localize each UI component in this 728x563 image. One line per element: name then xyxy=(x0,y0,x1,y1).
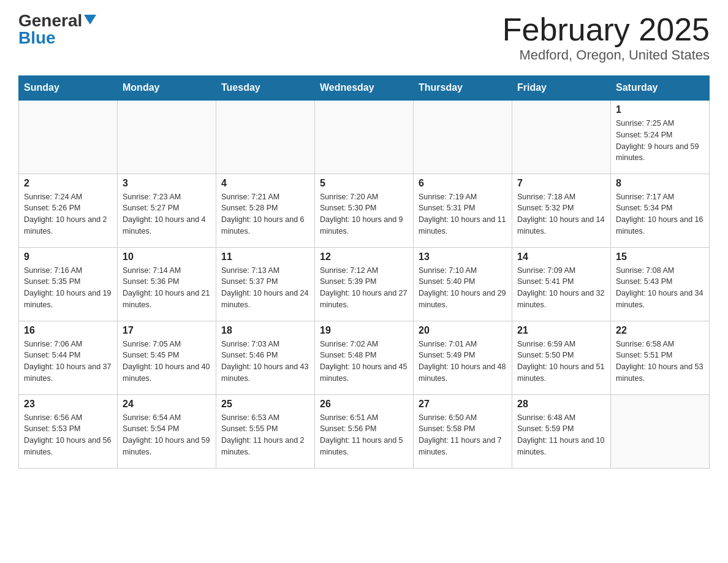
day-info: Sunrise: 6:54 AMSunset: 5:54 PMDaylight:… xyxy=(123,412,211,458)
day-number: 23 xyxy=(24,399,112,410)
day-number: 15 xyxy=(616,251,704,262)
day-header-monday: Monday xyxy=(118,76,216,101)
day-info: Sunrise: 7:09 AMSunset: 5:41 PMDaylight:… xyxy=(517,265,605,311)
calendar-cell: 27Sunrise: 6:50 AMSunset: 5:58 PMDayligh… xyxy=(414,394,512,468)
day-number: 8 xyxy=(616,178,704,189)
logo: General Blue xyxy=(18,12,96,47)
calendar-cell xyxy=(19,100,118,174)
calendar-cell: 5Sunrise: 7:20 AMSunset: 5:30 PMDaylight… xyxy=(315,174,414,247)
day-info: Sunrise: 7:24 AMSunset: 5:26 PMDaylight:… xyxy=(24,191,112,237)
day-number: 13 xyxy=(419,251,507,262)
day-number: 22 xyxy=(616,325,704,336)
calendar-cell: 11Sunrise: 7:13 AMSunset: 5:37 PMDayligh… xyxy=(216,247,315,321)
calendar-cell: 8Sunrise: 7:17 AMSunset: 5:34 PMDaylight… xyxy=(611,174,710,247)
day-number: 20 xyxy=(419,325,507,336)
day-header-tuesday: Tuesday xyxy=(216,76,315,101)
calendar-week-row: 9Sunrise: 7:16 AMSunset: 5:35 PMDaylight… xyxy=(19,247,710,321)
day-number: 17 xyxy=(123,325,211,336)
day-info: Sunrise: 7:13 AMSunset: 5:37 PMDaylight:… xyxy=(221,265,309,311)
day-number: 7 xyxy=(517,178,605,189)
calendar-cell: 7Sunrise: 7:18 AMSunset: 5:32 PMDaylight… xyxy=(512,174,611,247)
calendar-cell: 10Sunrise: 7:14 AMSunset: 5:36 PMDayligh… xyxy=(118,247,216,321)
day-number: 5 xyxy=(320,178,408,189)
day-number: 19 xyxy=(320,325,408,336)
logo-blue-text: Blue xyxy=(18,29,56,47)
logo-triangle-icon xyxy=(84,15,96,25)
day-number: 27 xyxy=(419,399,507,410)
day-info: Sunrise: 7:21 AMSunset: 5:28 PMDaylight:… xyxy=(221,191,309,237)
calendar-week-row: 23Sunrise: 6:56 AMSunset: 5:53 PMDayligh… xyxy=(19,394,710,468)
calendar-cell xyxy=(315,100,414,174)
day-info: Sunrise: 7:19 AMSunset: 5:31 PMDaylight:… xyxy=(419,191,507,237)
calendar-cell xyxy=(512,100,611,174)
day-info: Sunrise: 7:23 AMSunset: 5:27 PMDaylight:… xyxy=(123,191,211,237)
calendar-cell xyxy=(118,100,216,174)
day-number: 18 xyxy=(221,325,309,336)
calendar-week-row: 16Sunrise: 7:06 AMSunset: 5:44 PMDayligh… xyxy=(19,321,710,394)
calendar-cell: 17Sunrise: 7:05 AMSunset: 5:45 PMDayligh… xyxy=(118,321,216,394)
calendar-cell xyxy=(611,394,710,468)
day-number: 24 xyxy=(123,399,211,410)
day-number: 21 xyxy=(517,325,605,336)
day-number: 1 xyxy=(616,104,704,115)
calendar-cell: 26Sunrise: 6:51 AMSunset: 5:56 PMDayligh… xyxy=(315,394,414,468)
day-number: 10 xyxy=(123,251,211,262)
day-info: Sunrise: 7:14 AMSunset: 5:36 PMDaylight:… xyxy=(123,265,211,311)
day-number: 11 xyxy=(221,251,309,262)
calendar-cell: 23Sunrise: 6:56 AMSunset: 5:53 PMDayligh… xyxy=(19,394,118,468)
calendar-week-row: 2Sunrise: 7:24 AMSunset: 5:26 PMDaylight… xyxy=(19,174,710,247)
day-info: Sunrise: 7:08 AMSunset: 5:43 PMDaylight:… xyxy=(616,265,704,311)
day-number: 14 xyxy=(517,251,605,262)
location-subtitle: Medford, Oregon, United States xyxy=(502,47,710,63)
day-info: Sunrise: 7:10 AMSunset: 5:40 PMDaylight:… xyxy=(419,265,507,311)
day-info: Sunrise: 6:56 AMSunset: 5:53 PMDaylight:… xyxy=(24,412,112,458)
calendar-cell: 4Sunrise: 7:21 AMSunset: 5:28 PMDaylight… xyxy=(216,174,315,247)
day-number: 9 xyxy=(24,251,112,262)
day-header-friday: Friday xyxy=(512,76,611,101)
calendar-cell: 15Sunrise: 7:08 AMSunset: 5:43 PMDayligh… xyxy=(611,247,710,321)
calendar-cell: 22Sunrise: 6:58 AMSunset: 5:51 PMDayligh… xyxy=(611,321,710,394)
day-info: Sunrise: 7:05 AMSunset: 5:45 PMDaylight:… xyxy=(123,339,211,385)
day-info: Sunrise: 6:50 AMSunset: 5:58 PMDaylight:… xyxy=(419,412,507,458)
day-number: 6 xyxy=(419,178,507,189)
day-info: Sunrise: 7:25 AMSunset: 5:24 PMDaylight:… xyxy=(616,118,704,164)
day-number: 26 xyxy=(320,399,408,410)
calendar-cell: 18Sunrise: 7:03 AMSunset: 5:46 PMDayligh… xyxy=(216,321,315,394)
calendar-cell: 25Sunrise: 6:53 AMSunset: 5:55 PMDayligh… xyxy=(216,394,315,468)
calendar-cell: 2Sunrise: 7:24 AMSunset: 5:26 PMDaylight… xyxy=(19,174,118,247)
calendar-cell: 9Sunrise: 7:16 AMSunset: 5:35 PMDaylight… xyxy=(19,247,118,321)
day-info: Sunrise: 7:12 AMSunset: 5:39 PMDaylight:… xyxy=(320,265,408,311)
calendar-table: SundayMondayTuesdayWednesdayThursdayFrid… xyxy=(18,75,710,469)
calendar-cell: 28Sunrise: 6:48 AMSunset: 5:59 PMDayligh… xyxy=(512,394,611,468)
calendar-cell: 14Sunrise: 7:09 AMSunset: 5:41 PMDayligh… xyxy=(512,247,611,321)
day-number: 16 xyxy=(24,325,112,336)
day-number: 25 xyxy=(221,399,309,410)
day-number: 2 xyxy=(24,178,112,189)
day-info: Sunrise: 7:17 AMSunset: 5:34 PMDaylight:… xyxy=(616,191,704,237)
day-info: Sunrise: 7:18 AMSunset: 5:32 PMDaylight:… xyxy=(517,191,605,237)
calendar-cell: 6Sunrise: 7:19 AMSunset: 5:31 PMDaylight… xyxy=(414,174,512,247)
day-info: Sunrise: 6:58 AMSunset: 5:51 PMDaylight:… xyxy=(616,339,704,385)
day-number: 3 xyxy=(123,178,211,189)
day-info: Sunrise: 6:48 AMSunset: 5:59 PMDaylight:… xyxy=(517,412,605,458)
day-info: Sunrise: 7:02 AMSunset: 5:48 PMDaylight:… xyxy=(320,339,408,385)
logo-general-text: General xyxy=(18,12,82,29)
calendar-cell xyxy=(414,100,512,174)
calendar-week-row: 1Sunrise: 7:25 AMSunset: 5:24 PMDaylight… xyxy=(19,100,710,174)
day-header-thursday: Thursday xyxy=(414,76,512,101)
svg-marker-0 xyxy=(84,15,96,25)
calendar-cell: 24Sunrise: 6:54 AMSunset: 5:54 PMDayligh… xyxy=(118,394,216,468)
day-header-sunday: Sunday xyxy=(19,76,118,101)
day-number: 4 xyxy=(221,178,309,189)
day-info: Sunrise: 7:06 AMSunset: 5:44 PMDaylight:… xyxy=(24,339,112,385)
calendar-cell: 16Sunrise: 7:06 AMSunset: 5:44 PMDayligh… xyxy=(19,321,118,394)
calendar-header-row: SundayMondayTuesdayWednesdayThursdayFrid… xyxy=(19,76,710,101)
calendar-cell: 12Sunrise: 7:12 AMSunset: 5:39 PMDayligh… xyxy=(315,247,414,321)
calendar-cell: 19Sunrise: 7:02 AMSunset: 5:48 PMDayligh… xyxy=(315,321,414,394)
calendar-cell: 1Sunrise: 7:25 AMSunset: 5:24 PMDaylight… xyxy=(611,100,710,174)
calendar-cell: 20Sunrise: 7:01 AMSunset: 5:49 PMDayligh… xyxy=(414,321,512,394)
calendar-cell: 3Sunrise: 7:23 AMSunset: 5:27 PMDaylight… xyxy=(118,174,216,247)
month-title: February 2025 xyxy=(502,12,710,47)
day-info: Sunrise: 7:16 AMSunset: 5:35 PMDaylight:… xyxy=(24,265,112,311)
day-info: Sunrise: 6:59 AMSunset: 5:50 PMDaylight:… xyxy=(517,339,605,385)
